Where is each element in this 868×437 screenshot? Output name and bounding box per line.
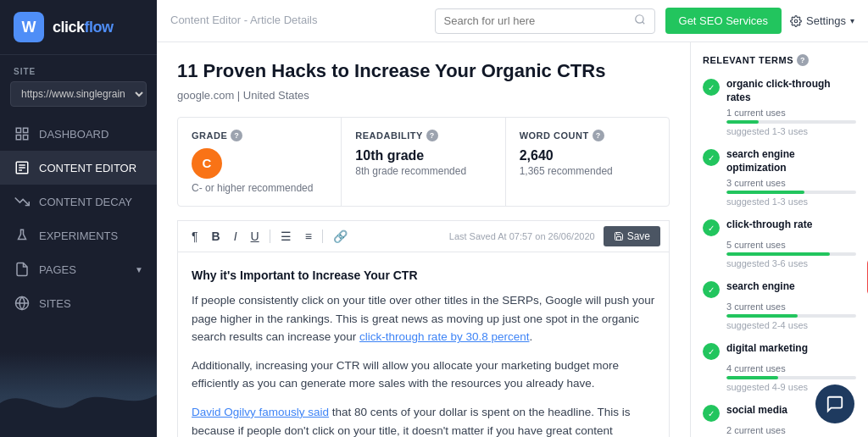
link-ogilvy[interactable]: David Ogilvy famously said bbox=[192, 406, 329, 418]
sidebar-item-content-decay[interactable]: CONTENT DECAY bbox=[0, 185, 157, 218]
term-item: ✓ organic click-through rates 1 current … bbox=[703, 78, 856, 136]
dashboard-icon bbox=[14, 125, 31, 142]
term-uses: 2 current uses bbox=[726, 425, 856, 435]
article-meta: google.com | United States bbox=[177, 89, 670, 102]
logo-text: clickflow bbox=[53, 19, 114, 36]
content-editor-icon bbox=[14, 159, 31, 176]
content-decay-icon bbox=[14, 193, 31, 210]
term-name: search engine optimization bbox=[726, 148, 856, 174]
logo-icon: W bbox=[14, 12, 44, 42]
settings-label: Settings bbox=[806, 14, 846, 27]
sidebar-item-experiments[interactable]: EXPERIMENTS bbox=[0, 218, 157, 252]
term-bar-bg bbox=[726, 191, 856, 194]
term-name: search engine bbox=[726, 280, 795, 294]
content-area: 11 Proven Hacks to Increase Your Organic… bbox=[157, 42, 868, 437]
settings-button[interactable]: Settings ▾ bbox=[790, 14, 854, 27]
term-item: ✓ search engine optimization 3 current u… bbox=[703, 148, 856, 207]
term-bar-bg bbox=[726, 376, 856, 379]
sidebar-item-pages[interactable]: PAGES ▼ bbox=[0, 252, 157, 286]
experiments-icon bbox=[14, 227, 31, 244]
sidebar-item-sites[interactable]: SITES bbox=[0, 286, 157, 320]
toolbar-list-ol-btn[interactable]: ≡ bbox=[300, 226, 317, 246]
breadcrumb-area: Content Editor - Article Details bbox=[170, 14, 425, 28]
svg-rect-0 bbox=[16, 128, 20, 132]
sites-icon bbox=[14, 295, 31, 312]
term-uses: 3 current uses bbox=[726, 178, 856, 188]
toolbar-right: Last Saved At 07:57 on 26/06/2020 Save bbox=[449, 226, 660, 246]
last-saved: Last Saved At 07:57 on 26/06/2020 bbox=[449, 231, 595, 241]
get-seo-button[interactable]: Get SEO Services bbox=[665, 8, 782, 34]
svg-line-11 bbox=[642, 21, 644, 24]
word-count-metric: WORD COUNT ? 2,640 1,365 recommended bbox=[506, 118, 669, 206]
relevant-help[interactable]: ? bbox=[797, 54, 809, 66]
chat-icon bbox=[826, 395, 844, 413]
link-ctr[interactable]: click-through rate by 30.8 percent bbox=[359, 330, 529, 343]
editor-body[interactable]: Why it's Important to Increase Your CTR … bbox=[177, 252, 670, 437]
toolbar-divider bbox=[270, 230, 270, 243]
svg-point-12 bbox=[794, 19, 798, 23]
editor-para-1: If people consistently click on your tit… bbox=[192, 291, 655, 346]
term-name: click-through rate bbox=[726, 218, 812, 232]
toolbar-list-ul-btn[interactable]: ☰ bbox=[275, 226, 297, 246]
pages-icon bbox=[14, 261, 31, 278]
sidebar: W clickflow Site https://www.singlegrain… bbox=[0, 0, 157, 437]
site-label: Site bbox=[0, 55, 157, 81]
term-uses: 4 current uses bbox=[726, 363, 856, 373]
svg-rect-2 bbox=[16, 136, 20, 140]
search-bar[interactable] bbox=[435, 8, 655, 34]
check-icon: ✓ bbox=[703, 219, 720, 236]
readability-label: READABILITY ? bbox=[355, 130, 491, 141]
toolbar-underline-btn[interactable]: U bbox=[246, 226, 264, 246]
term-uses: 1 current uses bbox=[726, 108, 856, 118]
terms-container: ✓ organic click-through rates 1 current … bbox=[703, 78, 856, 437]
site-selector[interactable]: https://www.singlegrain.com/ bbox=[0, 81, 157, 117]
toolbar-italic-btn[interactable]: I bbox=[229, 226, 242, 246]
toolbar-bold-btn[interactable]: B bbox=[207, 226, 225, 246]
logo-area: W clickflow bbox=[0, 0, 157, 55]
term-name: digital marketing bbox=[726, 342, 808, 356]
panel-title: RELEVANT TERMS ? bbox=[703, 54, 856, 66]
term-suggested: suggested 1-3 uses bbox=[726, 126, 856, 136]
svg-rect-3 bbox=[24, 136, 28, 140]
readability-metric: READABILITY ? 10th grade 8th grade recom… bbox=[342, 118, 505, 206]
toolbar-divider2 bbox=[322, 230, 323, 243]
word-count-label: WORD COUNT ? bbox=[520, 130, 655, 141]
term-name: organic click-through rates bbox=[726, 78, 856, 104]
sidebar-item-label: PAGES bbox=[39, 263, 76, 276]
editor-heading: Why it's Important to Increase Your CTR bbox=[192, 266, 655, 285]
grade-value: C bbox=[192, 148, 222, 179]
save-button[interactable]: Save bbox=[604, 226, 660, 246]
sidebar-item-content-editor[interactable]: CONTENT EDITOR bbox=[0, 151, 157, 185]
check-icon: ✓ bbox=[703, 281, 720, 298]
readability-sub: 8th grade recommended bbox=[355, 165, 491, 177]
article-title: 11 Proven Hacks to Increase Your Organic… bbox=[177, 59, 670, 84]
metrics-row: GRADE ? C C- or higher recommended READA… bbox=[177, 117, 670, 207]
sidebar-item-dashboard[interactable]: DASHBOARD bbox=[0, 117, 157, 151]
readability-help[interactable]: ? bbox=[426, 130, 438, 141]
sidebar-bottom bbox=[0, 352, 157, 437]
check-icon: ✓ bbox=[703, 343, 720, 360]
word-count-help[interactable]: ? bbox=[593, 130, 604, 141]
grade-label: GRADE ? bbox=[192, 130, 327, 141]
site-select[interactable]: https://www.singlegrain.com/ bbox=[10, 81, 147, 107]
toolbar-link-btn[interactable]: 🔗 bbox=[328, 226, 353, 246]
toolbar-left: ¶ B I U ☰ ≡ 🔗 bbox=[186, 226, 353, 246]
search-input[interactable] bbox=[444, 14, 629, 27]
word-count-sub: 1,365 recommended bbox=[520, 165, 655, 177]
term-bar-bg bbox=[726, 252, 856, 256]
sidebar-item-label: EXPERIMENTS bbox=[39, 230, 118, 242]
chat-bubble[interactable] bbox=[815, 384, 854, 423]
check-icon: ✓ bbox=[703, 79, 720, 96]
term-suggested: suggested 3-6 uses bbox=[726, 258, 856, 268]
topbar-actions: Get SEO Services Settings ▾ bbox=[665, 8, 854, 34]
term-bar-bg bbox=[726, 314, 856, 318]
toolbar-format-btn[interactable]: ¶ bbox=[186, 226, 203, 246]
term-suggested: suggested 2-4 uses bbox=[726, 320, 856, 330]
term-bar-fill bbox=[726, 120, 759, 124]
grade-help[interactable]: ? bbox=[231, 130, 242, 141]
search-icon[interactable] bbox=[634, 14, 646, 29]
grade-metric: GRADE ? C C- or higher recommended bbox=[178, 118, 342, 206]
term-bar-bg bbox=[726, 120, 856, 124]
grade-sub: C- or higher recommended bbox=[192, 182, 327, 194]
term-uses: 5 current uses bbox=[726, 240, 856, 250]
